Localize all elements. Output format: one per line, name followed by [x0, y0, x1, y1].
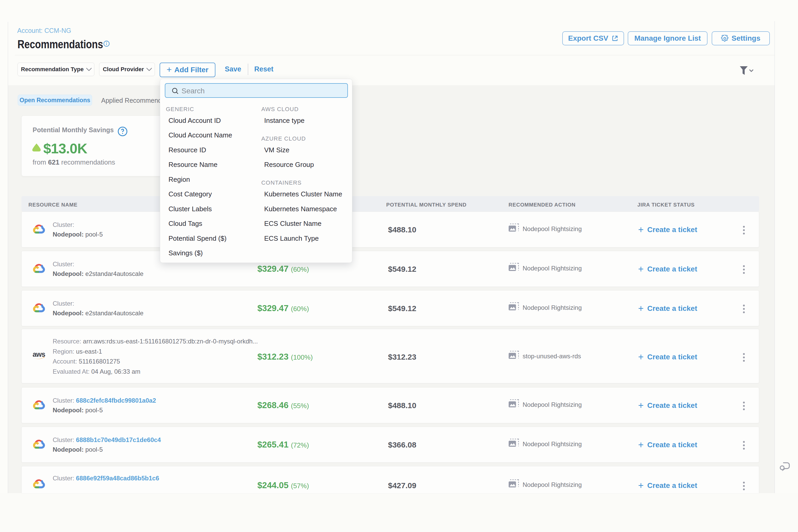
- svg-text:aws: aws: [33, 350, 45, 358]
